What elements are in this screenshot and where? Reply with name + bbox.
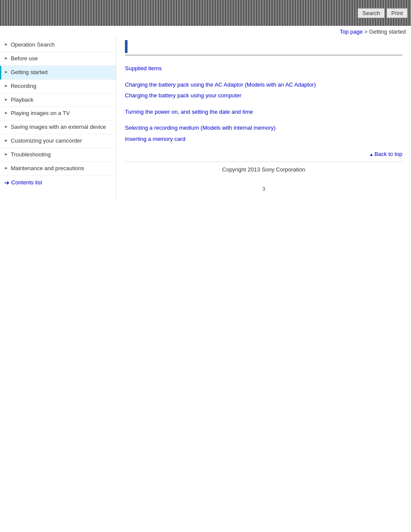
- chevron-right-icon: ►: [4, 97, 8, 102]
- sidebar-item-label: Maintenance and precautions: [11, 165, 84, 172]
- breadcrumb: Top page > Getting started: [0, 26, 411, 37]
- content-section-recording-medium: Selecting a recording medium (Models wit…: [125, 124, 402, 143]
- sidebar-item-label: Before use: [11, 55, 38, 62]
- sidebar-item-recording[interactable]: ► Recording: [0, 80, 116, 93]
- search-button[interactable]: Search: [358, 8, 385, 18]
- header-bar: Search Print: [0, 0, 411, 26]
- content-section-charging: Charging the battery pack using the AC A…: [125, 81, 402, 100]
- sidebar-item-getting-started[interactable]: ► Getting started: [0, 66, 116, 80]
- sidebar-item-label: Customizing your camcorder: [11, 137, 82, 145]
- chevron-right-icon: ►: [4, 70, 8, 74]
- arrow-right-icon: ➔: [4, 179, 9, 186]
- sidebar-item-customizing[interactable]: ► Customizing your camcorder: [0, 134, 116, 148]
- content-area: Supplied items Charging the battery pack…: [116, 37, 411, 201]
- page-number-text: 3: [262, 186, 265, 192]
- back-to-top-link[interactable]: ▲Back to top: [369, 151, 402, 157]
- sidebar-item-label: Recording: [11, 83, 36, 90]
- section-title-block: [125, 40, 128, 53]
- back-to-top: ▲Back to top: [125, 151, 402, 157]
- breadcrumb-current: Getting started: [369, 28, 406, 35]
- inserting-card-link[interactable]: Inserting a memory card: [125, 135, 402, 143]
- turning-power-link[interactable]: Turning the power on, and setting the da…: [125, 108, 402, 116]
- breadcrumb-separator: >: [363, 28, 369, 35]
- copyright: Copyright 2013 Sony Corporation: [125, 162, 402, 173]
- contents-list-label: Contents list: [11, 179, 42, 186]
- sidebar-item-saving-images[interactable]: ► Saving images with an external device: [0, 121, 116, 134]
- sidebar-item-label: Playback: [11, 96, 34, 104]
- sidebar-item-label: Operation Search: [11, 41, 55, 49]
- sidebar-item-operation-search[interactable]: ► Operation Search: [0, 38, 116, 52]
- selecting-medium-link[interactable]: Selecting a recording medium (Models wit…: [125, 124, 402, 132]
- chevron-right-icon: ►: [4, 152, 8, 156]
- sidebar-item-maintenance[interactable]: ► Maintenance and precautions: [0, 162, 116, 176]
- charging-computer-link[interactable]: Charging the battery pack using your com…: [125, 91, 402, 100]
- sidebar-item-troubleshooting[interactable]: ► Troubleshooting: [0, 148, 116, 162]
- chevron-right-icon: ►: [4, 42, 8, 47]
- sidebar-item-playback[interactable]: ► Playback: [0, 93, 116, 107]
- chevron-right-icon: ►: [4, 166, 8, 170]
- supplied-items-link[interactable]: Supplied items: [125, 64, 402, 73]
- back-to-top-label: Back to top: [374, 151, 402, 157]
- print-button[interactable]: Print: [386, 8, 408, 18]
- chevron-right-icon: ►: [4, 84, 8, 88]
- chevron-right-icon: ►: [4, 56, 8, 60]
- content-section-power: Turning the power on, and setting the da…: [125, 108, 402, 116]
- sidebar-item-label: Troubleshooting: [11, 151, 51, 159]
- chevron-right-icon: ►: [4, 111, 8, 115]
- sidebar-item-label: Playing images on a TV: [11, 110, 70, 117]
- copyright-text: Copyright 2013 Sony Corporation: [222, 166, 305, 173]
- sidebar: ► Operation Search ► Before use ► Gettin…: [0, 37, 116, 201]
- content-section-supplied: Supplied items: [125, 64, 402, 73]
- sidebar-item-playing-images-tv[interactable]: ► Playing images on a TV: [0, 107, 116, 121]
- chevron-right-icon: ►: [4, 124, 8, 129]
- charging-ac-link[interactable]: Charging the battery pack using the AC A…: [125, 81, 402, 89]
- chevron-right-icon: ►: [4, 138, 8, 143]
- triangle-up-icon: ▲: [369, 152, 374, 157]
- sidebar-item-label: Saving images with an external device: [11, 124, 106, 131]
- contents-list-link[interactable]: ➔ Contents list: [0, 176, 116, 190]
- main-layout: ► Operation Search ► Before use ► Gettin…: [0, 37, 411, 201]
- sidebar-item-label: Getting started: [11, 69, 47, 76]
- section-title-bar: [125, 40, 402, 56]
- breadcrumb-top-link[interactable]: Top page: [339, 28, 363, 35]
- page-number: 3: [125, 186, 402, 192]
- sidebar-item-before-use[interactable]: ► Before use: [0, 52, 116, 66]
